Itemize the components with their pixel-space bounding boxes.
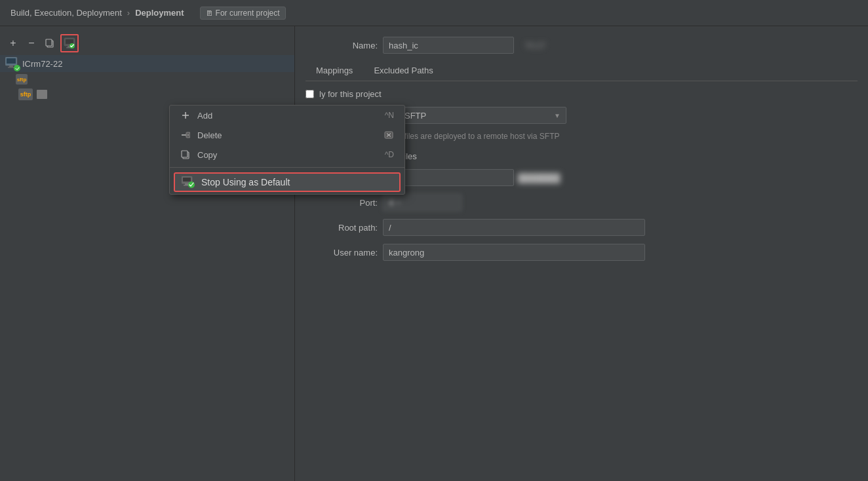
sidebar: + − <box>0 26 295 481</box>
breadcrumb-separator: › <box>127 8 130 18</box>
breadcrumb-current: Deployment <box>135 8 184 18</box>
menu-add-shortcut: ^N <box>385 111 394 120</box>
toolbar: + − <box>0 31 294 55</box>
name-label: Name: <box>306 41 378 50</box>
root-path-label: Root path: <box>306 223 378 233</box>
svg-rect-3 <box>66 39 73 44</box>
server-tree-icon <box>5 57 18 70</box>
for-project-label: For current project <box>216 9 280 18</box>
sftp-item-1[interactable]: sftp <box>0 72 294 87</box>
sftp-host-blurred: ███████ <box>518 173 560 183</box>
menu-add-label: Add <box>197 111 378 121</box>
svg-rect-8 <box>7 58 16 64</box>
sftp-icon-1: sftp <box>16 74 28 85</box>
copy-button[interactable] <box>42 35 58 51</box>
breadcrumb-parent: Build, Execution, Deployment <box>10 8 122 18</box>
menu-copy-shortcut: ^D <box>385 150 394 159</box>
tabs-row: Mappings Excluded Paths <box>306 62 858 81</box>
context-menu: Add ^N Delete <box>169 105 405 195</box>
server-name: ICrm72-22 <box>22 59 62 69</box>
port-row: Port: <box>306 194 858 211</box>
copy-menu-icon <box>180 149 191 160</box>
svg-rect-23 <box>183 178 191 182</box>
folder-icon <box>37 90 47 99</box>
menu-item-stop-default[interactable]: Stop Using as Default <box>174 172 401 192</box>
tab-excluded-paths[interactable]: Excluded Paths <box>363 62 443 81</box>
root-path-row: Root path: <box>306 219 858 236</box>
default-server-button[interactable] <box>60 34 79 52</box>
menu-divider <box>170 167 404 168</box>
port-input[interactable] <box>383 194 462 211</box>
stop-default-icon <box>182 176 195 189</box>
server-tree-item[interactable]: ICrm72-22 <box>0 55 294 72</box>
default-server-icon <box>64 37 75 49</box>
sftp-item-2[interactable]: sftp <box>0 87 294 102</box>
checkbox-label: ly for this project <box>319 89 382 99</box>
name-blurred-value: 70:27 <box>524 41 546 50</box>
copy-icon <box>45 39 54 48</box>
dropdown-arrow-icon: ▼ <box>554 112 561 119</box>
username-label: User name: <box>306 248 378 258</box>
sftp-label-1: sftp <box>17 77 27 83</box>
checkmark-badge <box>15 66 20 71</box>
menu-copy-label: Copy <box>197 150 378 160</box>
username-input[interactable] <box>383 244 645 261</box>
svg-rect-21 <box>182 151 187 157</box>
username-row: User name: <box>306 244 858 261</box>
delete-menu-icon <box>180 130 191 140</box>
menu-item-copy[interactable]: Copy ^D <box>170 145 404 164</box>
main-area: + − <box>0 26 868 481</box>
menu-delete-label: Delete <box>197 130 377 140</box>
port-label: Port: <box>306 198 378 208</box>
sftp-icon-2: sftp <box>18 88 33 100</box>
remove-button[interactable]: − <box>24 35 39 51</box>
name-input[interactable] <box>383 37 514 54</box>
delete-shortcut-icon <box>384 130 394 140</box>
sftp-label-2: sftp <box>20 91 31 98</box>
checkbox-row: ly for this project <box>306 89 858 99</box>
svg-rect-1 <box>46 39 52 46</box>
type-select[interactable]: sftp SFTP ▼ <box>383 107 566 124</box>
project-icon: 🖹 <box>206 9 213 17</box>
breadcrumb-bar: Build, Execution, Deployment › Deploymen… <box>0 0 868 26</box>
add-button[interactable]: + <box>5 35 21 51</box>
type-select-value: SFTP <box>404 111 550 121</box>
menu-stop-default-label: Stop Using as Default <box>201 177 393 187</box>
for-project-button[interactable]: 🖹 For current project <box>200 7 286 20</box>
right-panel: Name: 70:27 Mappings Excluded Paths ly f… <box>295 26 868 481</box>
menu-item-add[interactable]: Add ^N <box>170 106 404 125</box>
add-menu-icon <box>180 110 191 121</box>
menu-item-delete[interactable]: Delete <box>170 125 404 145</box>
root-path-input[interactable] <box>383 219 645 236</box>
tab-mappings[interactable]: Mappings <box>306 62 363 81</box>
svg-rect-9 <box>9 66 13 67</box>
project-only-checkbox[interactable] <box>306 90 314 98</box>
name-row: Name: 70:27 <box>306 37 858 54</box>
